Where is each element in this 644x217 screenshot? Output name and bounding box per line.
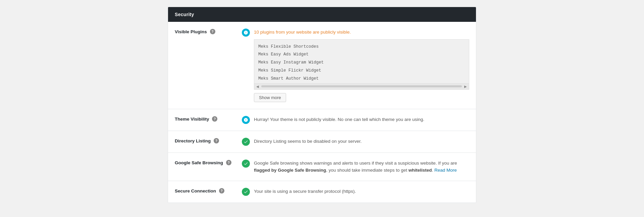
- google-safe-browsing-content: Google Safe browsing shows warnings and …: [242, 160, 469, 174]
- theme-exclamation-svg: [244, 118, 248, 122]
- exclamation-svg: [244, 30, 248, 35]
- secure-connection-message: Your site is using a secure transfer pro…: [254, 188, 469, 195]
- google-safe-browsing-row: Google Safe Browsing ? Google Safe brows…: [168, 153, 476, 181]
- page-wrapper: Security Visible Plugins ? 10 plugins fr…: [168, 0, 476, 210]
- plugins-scrollbar-x: ◀ ▶: [254, 83, 469, 89]
- plugin-item: Meks Easy Instagram Widget: [258, 59, 465, 67]
- google-safe-browsing-status-icon: [242, 160, 250, 168]
- theme-visibility-label: Theme Visibility ?: [175, 116, 242, 122]
- secure-connection-label: Secure Connection ?: [175, 188, 242, 194]
- theme-visibility-content: Hurray! Your theme is not publicly visib…: [242, 116, 469, 124]
- directory-listing-help-icon[interactable]: ?: [214, 138, 219, 143]
- google-check-svg: [244, 161, 248, 166]
- visible-plugins-content: 10 plugins from your website are publicl…: [242, 29, 469, 102]
- visible-plugins-message: 10 plugins from your website are publicl…: [254, 29, 469, 36]
- google-safe-browsing-message: Google Safe browsing shows warnings and …: [254, 160, 469, 174]
- scrollbar-track-x: [261, 85, 462, 87]
- security-panel: Security Visible Plugins ? 10 plugins fr…: [168, 7, 476, 203]
- secure-connection-status-icon: [242, 188, 250, 196]
- scroll-left-arrow[interactable]: ◀: [255, 84, 260, 89]
- panel-header: Security: [168, 7, 476, 22]
- secure-connection-content: Your site is using a secure transfer pro…: [242, 188, 469, 196]
- secure-check-svg: [244, 189, 248, 194]
- theme-visibility-help-icon[interactable]: ?: [212, 116, 217, 122]
- google-safe-browsing-label: Google Safe Browsing ?: [175, 160, 242, 166]
- whitelisted-bold: whitelisted: [409, 168, 432, 173]
- flagged-bold: flagged by Google Safe Browsing: [254, 168, 326, 173]
- plugin-item: Meks Easy Ads Widget: [258, 51, 465, 59]
- directory-listing-text: Directory Listing seems to be disabled o…: [254, 138, 469, 145]
- theme-visibility-text: Hurray! Your theme is not publicly visib…: [254, 116, 469, 123]
- visible-plugins-help-icon[interactable]: ?: [210, 29, 215, 34]
- google-safe-browsing-text: Google Safe browsing shows warnings and …: [254, 160, 469, 174]
- visible-plugins-label: Visible Plugins ?: [175, 29, 242, 35]
- plugin-item: Meks Flexible Shortcodes: [258, 43, 465, 51]
- secure-connection-text: Your site is using a secure transfer pro…: [254, 188, 469, 195]
- read-more-link[interactable]: Read More: [434, 168, 457, 173]
- secure-connection-help-icon[interactable]: ?: [219, 188, 224, 193]
- directory-listing-label: Directory Listing ?: [175, 138, 242, 144]
- directory-check-svg: [244, 139, 248, 144]
- visible-plugins-row: Visible Plugins ? 10 plugins from your w…: [168, 22, 476, 109]
- show-more-button[interactable]: Show more: [254, 93, 286, 102]
- directory-listing-row: Directory Listing ? Directory Listing se…: [168, 131, 476, 153]
- google-safe-browsing-help-icon[interactable]: ?: [226, 160, 231, 165]
- scroll-right-arrow[interactable]: ▶: [463, 84, 468, 89]
- theme-visibility-row: Theme Visibility ? Hurray! Your theme is…: [168, 109, 476, 131]
- theme-visibility-status-icon: [242, 116, 250, 124]
- visible-plugins-text: 10 plugins from your website are publicl…: [254, 29, 469, 102]
- theme-visibility-message: Hurray! Your theme is not publicly visib…: [254, 116, 469, 123]
- secure-connection-row: Secure Connection ? Your site is using a…: [168, 181, 476, 203]
- directory-listing-content: Directory Listing seems to be disabled o…: [242, 138, 469, 146]
- plugins-scroll-area[interactable]: Meks Flexible ShortcodesMeks Easy Ads Wi…: [254, 40, 469, 83]
- plugins-box: Meks Flexible ShortcodesMeks Easy Ads Wi…: [254, 39, 469, 90]
- panel-title: Security: [175, 12, 469, 17]
- plugin-item: Meks Simple Flickr Widget: [258, 67, 465, 75]
- directory-listing-message: Directory Listing seems to be disabled o…: [254, 138, 469, 145]
- directory-listing-status-icon: [242, 138, 250, 146]
- plugin-item: Meks Smart Author Widget: [258, 75, 465, 83]
- visible-plugins-status-icon: [242, 29, 250, 37]
